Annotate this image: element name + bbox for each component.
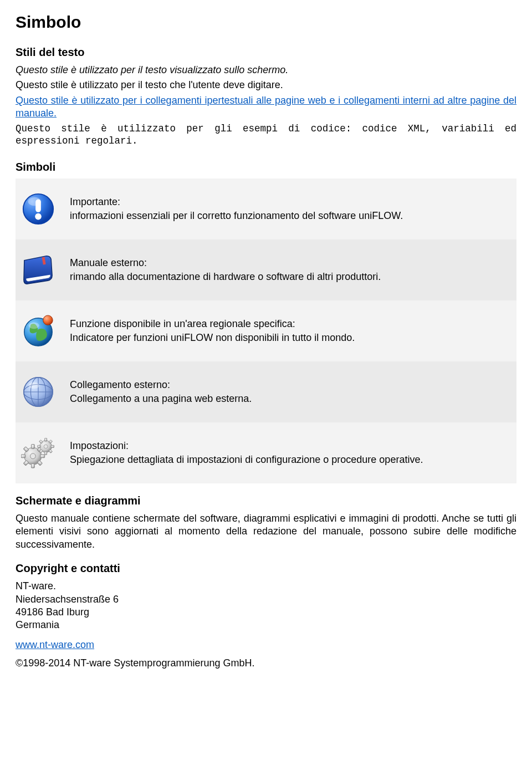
svg-point-3 (35, 213, 42, 220)
page-title: Simbolo (16, 11, 516, 33)
symbol-label: Collegamento esterno: (70, 379, 511, 391)
symbol-desc: Spiegazione dettagliata di impostazioni … (70, 453, 511, 466)
gears-icon (21, 437, 70, 469)
symbol-label: Impostazioni: (70, 440, 511, 452)
screens-body: Questo manuale contiene schermate del so… (16, 512, 516, 551)
contact-url-link[interactable]: www.nt-ware.com (16, 639, 94, 651)
wire-globe-icon (21, 375, 70, 409)
text-styles-heading: Stili del testo (16, 45, 516, 59)
style-hyperlink-text: Questo stile è utilizzato per i collegam… (16, 94, 516, 120)
style-input-text: Questo stile è utilizzato per il testo c… (16, 79, 516, 91)
symbol-desc: rimando alla documentazione di hardware … (70, 271, 511, 283)
svg-point-6 (29, 323, 39, 329)
screens-heading: Schermate e diagrammi (16, 493, 516, 508)
svg-rect-29 (51, 445, 54, 447)
contact-zipcity: 49186 Bad Iburg (16, 606, 516, 619)
svg-rect-28 (38, 445, 40, 447)
symbol-row-external-link: Collegamento esterno: Collegamento a una… (16, 361, 516, 422)
svg-rect-2 (35, 200, 41, 212)
copyright-line: ©1998-2014 NT-ware Systemprogrammierung … (16, 657, 516, 670)
symbols-table: Importante: informazioni essenziali per … (16, 178, 516, 483)
symbol-desc: Indicatore per funzioni uniFLOW non disp… (70, 332, 511, 344)
contact-heading: Copyright e contatti (16, 561, 516, 575)
svg-rect-17 (31, 463, 34, 468)
svg-rect-18 (21, 455, 25, 458)
svg-point-7 (43, 315, 53, 325)
symbol-row-regional: Funzione disponibile in un'area regional… (16, 300, 516, 361)
svg-point-14 (29, 382, 39, 389)
symbol-row-manual: Manuale esterno: rimando alla documentaz… (16, 239, 516, 300)
symbol-row-settings: Impostazioni: Spiegazione dettagliata di… (16, 422, 516, 483)
symbol-row-important: Importante: informazioni essenziali per … (16, 178, 516, 239)
symbol-label: Manuale esterno: (70, 257, 511, 269)
contact-country: Germania (16, 619, 516, 631)
svg-point-34 (44, 445, 48, 448)
earth-globe-icon (21, 314, 70, 348)
exclamation-icon (21, 192, 70, 226)
symbol-label: Funzione disponibile in un'area regional… (70, 318, 511, 330)
svg-rect-27 (45, 452, 47, 455)
style-code-text: Questo stile è utilizzato per gli esempi… (16, 123, 516, 148)
style-screen-text: Questo stile è utilizzato per il testo v… (16, 64, 516, 76)
symbol-label: Importante: (70, 196, 511, 208)
contact-street: Niedersachsenstraße 6 (16, 593, 516, 606)
symbols-heading: Simboli (16, 160, 516, 174)
symbol-desc: informazioni essenziali per il corretto … (70, 210, 511, 222)
contact-company: NT-ware. (16, 580, 516, 593)
svg-rect-16 (31, 445, 34, 449)
svg-point-24 (30, 453, 36, 459)
svg-rect-26 (45, 438, 47, 441)
svg-rect-19 (40, 455, 45, 458)
symbol-desc: Collegamento a una pagina web esterna. (70, 392, 511, 405)
book-icon (21, 254, 70, 286)
